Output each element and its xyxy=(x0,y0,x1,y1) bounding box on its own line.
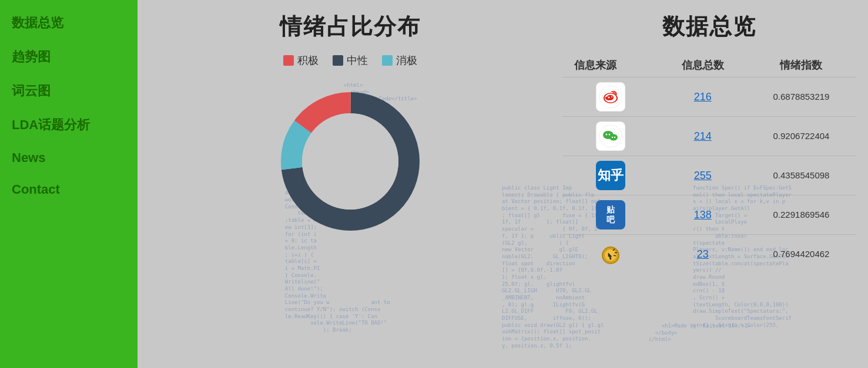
data-title: 数据总览 xyxy=(562,12,856,42)
sidebar-item-word-cloud[interactable]: 词云图 xyxy=(0,74,138,108)
count-link-tieba[interactable]: 138 xyxy=(694,209,712,221)
legend-dot-positive xyxy=(283,55,294,66)
chart-section: 情绪占比分布 积极 中性 消极 xyxy=(138,0,562,368)
zhihu-icon: 知乎 xyxy=(596,161,625,190)
count-link-other[interactable]: 23 xyxy=(697,248,709,260)
table-row: 23 0.7694420462 xyxy=(562,235,856,274)
sentiment-value-weibo: 0.6878853219 xyxy=(773,92,830,102)
main-content: class Program { static void main( string… xyxy=(138,0,868,368)
content-area: 情绪占比分布 积极 中性 消极 xyxy=(138,0,868,368)
svg-point-11 xyxy=(614,137,615,138)
svg-line-16 xyxy=(615,252,617,253)
sentiment-value-wechat: 0.9206722404 xyxy=(773,131,830,141)
legend-positive: 积极 xyxy=(283,53,319,67)
count-cell-zhihu[interactable]: 255 xyxy=(659,156,746,195)
count-link-wechat[interactable]: 214 xyxy=(694,130,712,142)
svg-point-8 xyxy=(609,134,611,136)
legend-dot-neutral xyxy=(333,55,343,66)
col-sentiment: 情绪指数 xyxy=(746,53,856,77)
tieba-icon: 贴吧 xyxy=(596,200,625,229)
svg-point-4 xyxy=(611,96,612,97)
count-cell-other[interactable]: 23 xyxy=(659,235,746,274)
table-header-row: 信息来源 信息总数 情绪指数 xyxy=(562,53,856,77)
svg-point-7 xyxy=(606,134,608,136)
sentiment-cell-tieba: 0.2291869546 xyxy=(746,195,856,235)
sidebar: 数据总览 趋势图 词云图 LDA话题分析 News Contact xyxy=(0,0,138,368)
count-cell-tieba[interactable]: 138 xyxy=(659,195,746,235)
source-cell-wechat xyxy=(562,117,659,156)
count-link-zhihu[interactable]: 255 xyxy=(694,170,712,181)
svg-point-10 xyxy=(612,137,613,138)
data-table-body: 216 0.6878853219 xyxy=(562,77,856,274)
weibo-icon xyxy=(596,82,625,112)
table-row: 214 0.9206722404 xyxy=(562,117,856,156)
sentiment-value-tieba: 0.2291869546 xyxy=(773,210,830,220)
donut-center xyxy=(302,113,398,210)
col-count: 信息总数 xyxy=(659,53,746,77)
chart-legend: 积极 中性 消极 xyxy=(283,53,417,67)
sentiment-value-other: 0.7694420462 xyxy=(773,249,830,259)
sidebar-item-news[interactable]: News xyxy=(0,142,138,174)
sentiment-cell-weibo: 0.6878853219 xyxy=(746,77,856,117)
chart-title: 情绪占比分布 xyxy=(280,12,421,42)
source-cell-tieba: 贴吧 xyxy=(562,195,659,235)
donut-chart xyxy=(274,85,427,238)
wechat-icon xyxy=(596,121,625,151)
table-row: 知乎 255 0.4358545098 xyxy=(562,156,856,195)
data-table: 信息来源 信息总数 情绪指数 xyxy=(562,53,856,274)
legend-label-negative: 消极 xyxy=(396,53,417,67)
legend-neutral: 中性 xyxy=(333,53,368,67)
legend-label-positive: 积极 xyxy=(297,53,319,67)
table-row: 贴吧 138 0.2291869546 xyxy=(562,195,856,235)
svg-point-9 xyxy=(609,134,618,141)
table-row: 216 0.6878853219 xyxy=(562,77,856,117)
source-cell-zhihu: 知乎 xyxy=(562,156,659,195)
count-cell-weibo[interactable]: 216 xyxy=(659,77,746,117)
legend-label-neutral: 中性 xyxy=(347,53,368,67)
col-source: 信息来源 xyxy=(562,53,659,77)
source-cell-weibo xyxy=(562,77,659,117)
svg-line-17 xyxy=(614,255,616,256)
sidebar-item-lda-analysis[interactable]: LDA话题分析 xyxy=(0,108,138,142)
sidebar-item-trend-chart[interactable]: 趋势图 xyxy=(0,40,138,74)
svg-point-3 xyxy=(608,97,610,99)
count-cell-wechat[interactable]: 214 xyxy=(659,117,746,156)
data-section: 数据总览 信息来源 信息总数 情绪指数 xyxy=(562,0,868,368)
sentiment-cell-other: 0.7694420462 xyxy=(746,235,856,274)
sentiment-cell-zhihu: 0.4358545098 xyxy=(746,156,856,195)
sentiment-value-zhihu: 0.4358545098 xyxy=(773,170,830,180)
source-cell-other xyxy=(562,235,659,274)
legend-negative: 消极 xyxy=(382,53,417,67)
sidebar-item-contact[interactable]: Contact xyxy=(0,174,138,205)
sentiment-cell-wechat: 0.9206722404 xyxy=(746,117,856,156)
count-link-weibo[interactable]: 216 xyxy=(694,91,712,103)
sidebar-item-data-overview[interactable]: 数据总览 xyxy=(0,6,138,40)
legend-dot-negative xyxy=(382,55,393,66)
cursor-icon xyxy=(596,239,625,269)
